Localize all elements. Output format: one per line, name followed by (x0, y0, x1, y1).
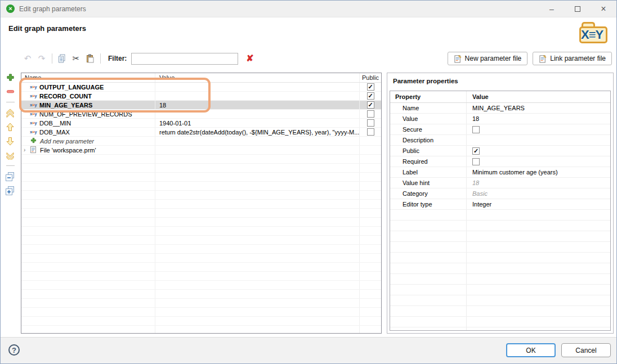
parameter-row[interactable]: x=yDOB_MAXreturn date2str(dateAdd(today(… (21, 128, 381, 137)
empty-property-row (390, 327, 610, 331)
move-bottom-icon[interactable] (6, 150, 15, 160)
property-name: Required (390, 156, 467, 167)
empty-property-row (390, 317, 610, 327)
add-parameter-icon[interactable] (6, 73, 15, 82)
parameter-icon: x=y (30, 102, 37, 107)
remove-parameter-icon[interactable] (6, 87, 15, 96)
secure-checkbox[interactable] (472, 126, 480, 133)
add-icon (21, 137, 37, 145)
property-row[interactable]: Value18 (390, 114, 610, 124)
parameter-name: NUM_OF_PREVIEW_RECORDS (39, 111, 132, 118)
parameter-value[interactable]: return date2str(dateAdd(today(), -${MIN_… (155, 128, 360, 136)
copy-icon[interactable] (56, 53, 68, 64)
property-value[interactable]: MIN_AGE_YEARS (472, 105, 525, 111)
parameter-name: MIN_AGE_YEARS (39, 102, 92, 109)
paste-icon[interactable] (84, 53, 96, 64)
empty-row (21, 308, 381, 317)
property-value[interactable]: Minimum customer age (years) (472, 169, 558, 176)
required-checkbox[interactable] (472, 158, 480, 165)
empty-property-row (390, 285, 610, 295)
parameter-row[interactable]: x=yDOB__MIN1940-01-01 (21, 119, 381, 128)
property-value[interactable]: 18 (472, 115, 479, 122)
public-checkbox[interactable] (367, 119, 374, 127)
public-checkbox[interactable]: ✓ (367, 83, 374, 91)
side-toolbar (1, 71, 20, 195)
new-parameter-file-button[interactable]: New parameter file (448, 52, 528, 65)
cancel-button[interactable]: Cancel (561, 343, 611, 357)
public-checkbox[interactable]: ✓ (367, 92, 374, 100)
collapse-all-icon[interactable] (6, 172, 15, 181)
parameter-row[interactable]: x=yNUM_OF_PREVIEW_RECORDS (21, 110, 381, 119)
empty-row (21, 209, 381, 218)
empty-row (21, 218, 381, 227)
properties-table: Property Value NameMIN_AGE_YEARSValue18S… (390, 91, 611, 331)
window-title: Edit graph parameters (19, 5, 86, 13)
parameter-row[interactable]: x=yRECORD_COUNT✓ (21, 92, 381, 101)
maximize-button[interactable] (565, 1, 591, 17)
property-row[interactable]: Value hint18 (390, 178, 610, 188)
redo-icon[interactable]: ↷ (36, 53, 47, 64)
public-checkbox[interactable]: ✓ (367, 101, 374, 109)
empty-property-row (390, 231, 610, 242)
expand-chevron-icon[interactable]: › (24, 147, 28, 153)
move-up-icon[interactable] (6, 122, 15, 132)
parameter-value[interactable] (155, 83, 360, 91)
column-header-public: Public (360, 73, 381, 82)
undo-icon[interactable]: ↶ (22, 53, 33, 64)
parameter-icon: x=y (30, 93, 37, 98)
property-value[interactable]: Integer (472, 201, 491, 208)
filter-input[interactable] (131, 53, 238, 65)
empty-property-row (390, 263, 610, 274)
public-checkbox[interactable]: ✓ (472, 147, 480, 155)
add-new-parameter-row[interactable]: Add new parameter (21, 137, 381, 146)
public-checkbox[interactable] (367, 128, 374, 136)
parameter-icon: x=y (30, 111, 37, 116)
empty-row (21, 272, 381, 281)
property-name: Value hint (390, 178, 467, 188)
empty-row (21, 182, 381, 191)
parameter-file-row[interactable]: ›File 'workspace.prm' (21, 146, 381, 155)
property-row[interactable]: CategoryBasic (390, 188, 610, 199)
property-row[interactable]: Editor typeInteger (390, 199, 610, 210)
help-icon[interactable]: ? (8, 344, 20, 356)
minimize-button[interactable]: – (539, 1, 565, 17)
property-row[interactable]: Required (390, 156, 610, 167)
property-name: Public (390, 146, 467, 156)
property-value[interactable]: Basic (472, 190, 488, 197)
close-button[interactable]: × (591, 1, 616, 17)
parameter-value[interactable] (155, 110, 360, 118)
parameter-value[interactable]: 1940-01-01 (155, 119, 360, 127)
titlebar[interactable]: × Edit graph parameters – × (1, 1, 616, 17)
link-parameter-file-button[interactable]: Link parameter file (533, 52, 612, 65)
property-row[interactable]: NameMIN_AGE_YEARS (390, 103, 610, 114)
column-header-name: Name (21, 73, 155, 82)
property-row[interactable]: Description (390, 135, 610, 146)
property-row[interactable]: Public✓ (390, 146, 610, 156)
side-toolbar-separator (6, 165, 15, 166)
property-name: Label (390, 167, 467, 177)
move-down-icon[interactable] (6, 136, 15, 146)
empty-row (21, 317, 381, 326)
move-top-icon[interactable] (6, 108, 15, 118)
toolbar: ↶ ↷ ✂ Filter: ✘ New parameter file Link … (1, 49, 616, 68)
main-area: Name Value Public x=yOUTPUT_LANGUAGE✓x=y… (1, 68, 616, 338)
property-value[interactable]: 18 (472, 179, 479, 186)
empty-property-row (390, 306, 610, 317)
property-name: Category (390, 188, 467, 199)
parameter-value[interactable]: 18 (155, 101, 360, 109)
parameter-value[interactable] (155, 92, 360, 100)
public-checkbox[interactable] (367, 110, 374, 118)
parameter-name: RECORD_COUNT (39, 93, 92, 100)
expand-all-icon[interactable] (6, 186, 15, 195)
toolbar-separator (100, 53, 101, 64)
property-row[interactable]: LabelMinimum customer age (years) (390, 167, 610, 178)
empty-row (21, 227, 381, 236)
parameter-file-icon (30, 146, 37, 154)
parameter-row[interactable]: x=yOUTPUT_LANGUAGE✓ (21, 83, 381, 92)
cut-icon[interactable]: ✂ (70, 53, 82, 64)
parameter-row[interactable]: x=yMIN_AGE_YEARS18✓ (21, 101, 381, 110)
ok-button[interactable]: OK (506, 343, 556, 357)
property-row[interactable]: Secure (390, 124, 610, 135)
filter-label: Filter: (108, 55, 127, 62)
clear-filter-icon[interactable]: ✘ (246, 54, 253, 63)
